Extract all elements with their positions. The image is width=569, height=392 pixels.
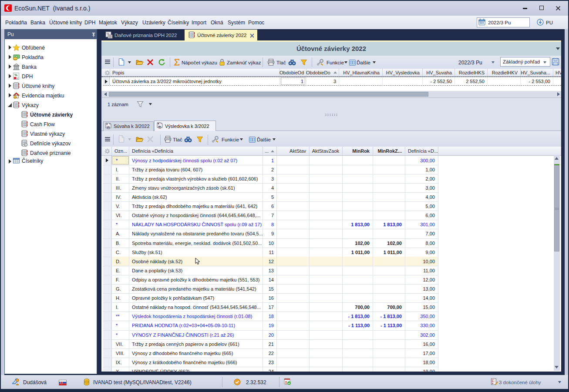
- svg-text:V: V: [159, 126, 160, 128]
- svg-text:M: M: [17, 77, 18, 80]
- svg-text:P: P: [108, 127, 109, 129]
- svg-text:N: N: [158, 123, 159, 125]
